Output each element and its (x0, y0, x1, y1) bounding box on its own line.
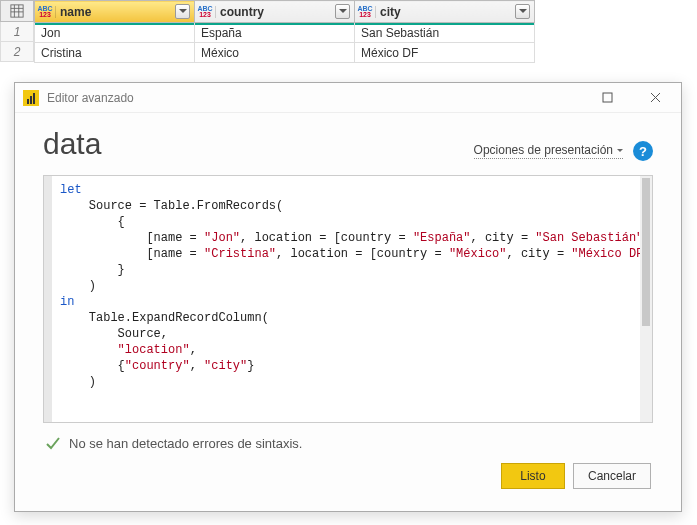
maximize-icon (602, 92, 613, 103)
column-header-name[interactable]: ABC123 name (35, 1, 195, 23)
editor-gutter (44, 176, 52, 422)
column-filter-button[interactable] (335, 4, 350, 19)
row-number[interactable]: 2 (0, 42, 34, 62)
table-row[interactable]: Jon España San Sebastián (35, 23, 535, 43)
cancel-button[interactable]: Cancelar (573, 463, 651, 489)
datatype-any-icon[interactable]: ABC123 (38, 6, 56, 18)
cell[interactable]: Jon (35, 23, 195, 43)
table-select-all[interactable] (0, 0, 34, 22)
close-icon (650, 92, 661, 103)
table-preview: 1 2 ABC123 name ABC123 country (0, 0, 697, 63)
dialog-title: Editor avanzado (47, 91, 579, 105)
cell[interactable]: Cristina (35, 43, 195, 63)
display-options-label: Opciones de presentación (474, 143, 613, 157)
cell[interactable]: México (195, 43, 355, 63)
datatype-any-icon[interactable]: ABC123 (198, 6, 216, 18)
done-button[interactable]: Listo (501, 463, 565, 489)
powerbi-icon (23, 90, 39, 106)
column-header-country[interactable]: ABC123 country (195, 1, 355, 23)
maximize-button[interactable] (587, 84, 627, 112)
column-name: country (220, 5, 331, 19)
column-filter-button[interactable] (515, 4, 530, 19)
table-row[interactable]: Cristina México México DF (35, 43, 535, 63)
close-button[interactable] (635, 84, 675, 112)
column-name: city (380, 5, 511, 19)
column-filter-button[interactable] (175, 4, 190, 19)
syntax-status: No se han detectado errores de sintaxis. (43, 423, 653, 459)
code-content[interactable]: let Source = Table.FromRecords( { [name … (52, 176, 640, 422)
advanced-editor-dialog: Editor avanzado data Opciones de present… (14, 82, 682, 512)
cell[interactable]: México DF (355, 43, 535, 63)
row-number[interactable]: 1 (0, 22, 34, 42)
code-editor[interactable]: let Source = Table.FromRecords( { [name … (43, 175, 653, 423)
help-button[interactable]: ? (633, 141, 653, 161)
data-table: ABC123 name ABC123 country ABC123 (34, 0, 535, 63)
cell[interactable]: San Sebastián (355, 23, 535, 43)
datatype-any-icon[interactable]: ABC123 (358, 6, 376, 18)
svg-rect-5 (603, 93, 612, 102)
column-name: name (60, 5, 171, 19)
display-options-dropdown[interactable]: Opciones de presentación (474, 143, 623, 159)
status-text: No se han detectado errores de sintaxis. (69, 436, 302, 451)
dialog-titlebar[interactable]: Editor avanzado (15, 83, 681, 113)
check-icon (45, 435, 61, 451)
editor-scrollbar[interactable] (640, 176, 652, 422)
query-name-heading: data (43, 127, 101, 161)
scrollbar-thumb[interactable] (642, 178, 650, 326)
column-header-city[interactable]: ABC123 city (355, 1, 535, 23)
cell[interactable]: España (195, 23, 355, 43)
table-icon (10, 4, 24, 18)
svg-rect-0 (11, 5, 23, 17)
